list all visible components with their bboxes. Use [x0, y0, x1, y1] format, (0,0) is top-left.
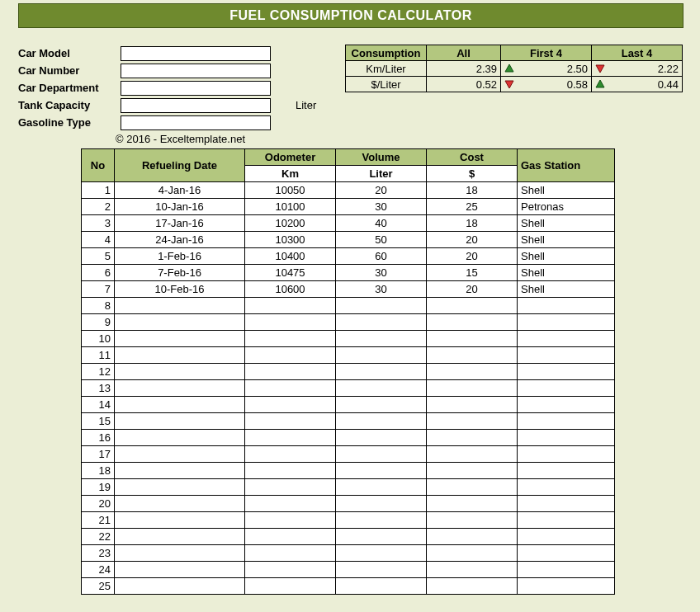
cell-cost[interactable]: 18	[427, 215, 518, 232]
cell-volume[interactable]	[336, 512, 427, 529]
cell-volume[interactable]: 40	[336, 215, 427, 232]
cell-volume[interactable]	[336, 380, 427, 397]
cell-date[interactable]	[115, 413, 245, 430]
cell-cost[interactable]	[427, 364, 518, 380]
cell-volume[interactable]	[336, 397, 427, 413]
cell-odometer[interactable]	[245, 446, 336, 463]
cell-volume[interactable]	[336, 331, 427, 347]
cell-volume[interactable]	[336, 479, 427, 496]
cell-date[interactable]	[115, 347, 245, 364]
cell-station[interactable]	[518, 529, 615, 545]
cell-date[interactable]: 17-Jan-16	[115, 215, 245, 232]
cell-date[interactable]: 24-Jan-16	[115, 232, 245, 248]
cell-volume[interactable]	[336, 496, 427, 512]
cell-odometer[interactable]	[245, 496, 336, 512]
cell-date[interactable]	[115, 496, 245, 512]
cell-volume[interactable]	[336, 413, 427, 430]
cell-station[interactable]: Shell	[518, 265, 615, 281]
cell-station[interactable]	[518, 298, 615, 314]
cell-cost[interactable]	[427, 413, 518, 430]
cell-date[interactable]	[115, 364, 245, 380]
cell-date[interactable]	[115, 331, 245, 347]
cell-odometer[interactable]	[245, 512, 336, 529]
cell-date[interactable]	[115, 578, 245, 595]
cell-cost[interactable]	[427, 479, 518, 496]
cell-cost[interactable]	[427, 331, 518, 347]
cell-odometer[interactable]	[245, 397, 336, 413]
cell-volume[interactable]	[336, 298, 427, 314]
cell-date[interactable]	[115, 380, 245, 397]
input-car-number[interactable]	[121, 64, 271, 78]
cell-date[interactable]: 10-Feb-16	[115, 281, 245, 298]
cell-station[interactable]	[518, 545, 615, 562]
cell-station[interactable]	[518, 578, 615, 595]
cell-volume[interactable]	[336, 545, 427, 562]
cell-odometer[interactable]	[245, 314, 336, 331]
cell-station[interactable]	[518, 364, 615, 380]
cell-odometer[interactable]: 10200	[245, 215, 336, 232]
cell-cost[interactable]: 20	[427, 281, 518, 298]
cell-station[interactable]	[518, 479, 615, 496]
cell-date[interactable]	[115, 512, 245, 529]
cell-cost[interactable]: 20	[427, 232, 518, 248]
cell-station[interactable]: Shell	[518, 248, 615, 265]
cell-station[interactable]: Shell	[518, 281, 615, 298]
cell-station[interactable]	[518, 512, 615, 529]
cell-volume[interactable]	[336, 430, 427, 446]
cell-volume[interactable]	[336, 562, 427, 578]
cell-odometer[interactable]	[245, 545, 336, 562]
cell-odometer[interactable]	[245, 479, 336, 496]
cell-date[interactable]	[115, 479, 245, 496]
cell-station[interactable]	[518, 463, 615, 479]
cell-date[interactable]	[115, 562, 245, 578]
input-car-model[interactable]	[121, 46, 271, 61]
cell-date[interactable]	[115, 430, 245, 446]
input-gasoline-type[interactable]	[121, 115, 271, 130]
cell-odometer[interactable]	[245, 529, 336, 545]
cell-odometer[interactable]: 10300	[245, 232, 336, 248]
cell-odometer[interactable]	[245, 380, 336, 397]
input-tank-capacity[interactable]	[121, 98, 271, 113]
cell-station[interactable]: Petronas	[518, 199, 615, 215]
cell-date[interactable]	[115, 298, 245, 314]
cell-date[interactable]: 4-Jan-16	[115, 182, 245, 199]
cell-cost[interactable]: 15	[427, 265, 518, 281]
cell-station[interactable]	[518, 380, 615, 397]
cell-cost[interactable]	[427, 298, 518, 314]
cell-odometer[interactable]	[245, 364, 336, 380]
cell-station[interactable]	[518, 314, 615, 331]
cell-station[interactable]	[518, 562, 615, 578]
cell-volume[interactable]: 30	[336, 265, 427, 281]
cell-cost[interactable]	[427, 314, 518, 331]
cell-cost[interactable]	[427, 512, 518, 529]
cell-date[interactable]	[115, 545, 245, 562]
cell-odometer[interactable]: 10400	[245, 248, 336, 265]
cell-cost[interactable]: 18	[427, 182, 518, 199]
cell-volume[interactable]: 30	[336, 281, 427, 298]
cell-volume[interactable]	[336, 529, 427, 545]
cell-odometer[interactable]	[245, 562, 336, 578]
cell-date[interactable]: 10-Jan-16	[115, 199, 245, 215]
cell-odometer[interactable]	[245, 578, 336, 595]
cell-cost[interactable]: 25	[427, 199, 518, 215]
cell-odometer[interactable]: 10600	[245, 281, 336, 298]
cell-odometer[interactable]	[245, 298, 336, 314]
cell-volume[interactable]	[336, 314, 427, 331]
cell-cost[interactable]	[427, 496, 518, 512]
cell-cost[interactable]: 20	[427, 248, 518, 265]
cell-volume[interactable]	[336, 364, 427, 380]
cell-odometer[interactable]	[245, 430, 336, 446]
cell-volume[interactable]: 50	[336, 232, 427, 248]
cell-odometer[interactable]	[245, 463, 336, 479]
cell-date[interactable]	[115, 446, 245, 463]
cell-station[interactable]	[518, 397, 615, 413]
cell-date[interactable]: 7-Feb-16	[115, 265, 245, 281]
cell-station[interactable]: Shell	[518, 182, 615, 199]
cell-cost[interactable]	[427, 397, 518, 413]
cell-cost[interactable]	[427, 430, 518, 446]
cell-station[interactable]	[518, 496, 615, 512]
cell-volume[interactable]	[336, 578, 427, 595]
cell-odometer[interactable]: 10475	[245, 265, 336, 281]
cell-cost[interactable]	[427, 347, 518, 364]
cell-volume[interactable]: 20	[336, 182, 427, 199]
